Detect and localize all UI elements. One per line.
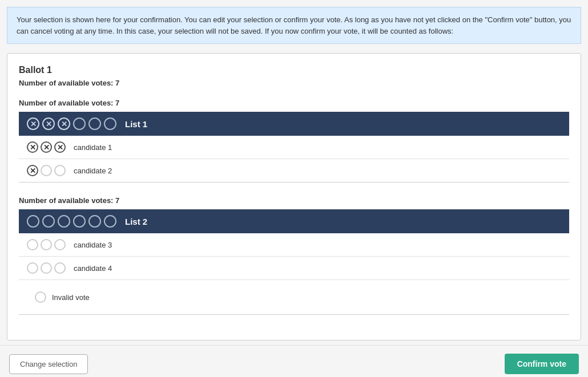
list1-candidate1-row: candidate 1 [19,136,569,159]
list2-candidate3-name: candidate 3 [74,241,112,249]
list2-candidate3-row: candidate 3 [19,233,569,257]
list2-candidate4-name: candidate 4 [74,264,112,273]
list2-candidate4-row: candidate 4 [19,257,569,280]
ballot-title: Ballot 1 [19,65,569,75]
list1-candidate1-circles: candidate 1 [27,141,561,153]
info-banner: Your selection is shown here for your co… [7,7,581,44]
list1-header-cell: List 1 [19,112,569,136]
list2-c3-circle1 [27,239,38,250]
list2-c3-circle3 [54,239,66,250]
list2-header-cell: List 2 [19,209,569,233]
list1-c1-circle2 [41,141,52,153]
invalid-vote-label: Invalid vote [52,293,90,302]
list1-header-row: List 1 [19,112,569,136]
list1-c2-circle1 [27,165,38,176]
invalid-vote-circle [35,291,46,303]
info-banner-text: Your selection is shown here for your co… [17,15,571,35]
list2-header-circle-1 [27,215,39,228]
ballot-available-votes-header: Number of available votes: 7 [19,79,569,87]
footer-bar: Change selection Confirm vote [0,345,588,377]
invalid-vote-row: Invalid vote [19,280,569,315]
list2-table: List 2 candidate 3 [19,209,569,315]
list1-candidate2-cell: candidate 2 [19,159,569,183]
confirm-vote-button[interactable]: Confirm vote [505,354,579,374]
list1-c1-circle3 [54,141,66,153]
list1-name: List 1 [125,119,147,129]
list2-header-circles: List 2 [27,215,561,228]
list1-table: List 1 candidate 1 [19,112,569,183]
list1-header-circle-4 [73,117,86,130]
list2-name: List 2 [125,217,147,226]
page-wrapper: Your selection is shown here for your co… [0,0,588,377]
change-selection-button[interactable]: Change selection [9,354,88,374]
list2-candidate3-cell: candidate 3 [19,233,569,257]
list1-candidate2-name: candidate 2 [74,167,112,175]
list2-c4-circle2 [41,262,52,274]
list1-header-circle-6 [104,117,116,130]
list1-header-circle-5 [88,117,101,130]
list1-header-circle-3 [58,117,70,130]
list1-c1-circle1 [27,141,38,153]
list2-header-row: List 2 [19,209,569,233]
list2-header-circle-6 [104,215,116,228]
list2-header-circle-3 [58,215,70,228]
invalid-vote-cell: Invalid vote [19,280,569,315]
list1-candidate2-row: candidate 2 [19,159,569,183]
list1-c2-circle3 [54,165,66,176]
list2-header-circle-4 [73,215,86,228]
list2-c3-circle2 [41,239,52,250]
list1-candidate1-cell: candidate 1 [19,136,569,159]
list1-header-circle-2 [42,117,55,130]
section1-label: Number of available votes: 7 [19,99,569,107]
list2-c4-circle1 [27,262,38,274]
invalid-vote-container: Invalid vote [27,286,561,309]
list2-c4-circle3 [54,262,66,274]
list2-header-circle-5 [88,215,101,228]
section2-label: Number of available votes: 7 [19,196,569,205]
list1-header-circle-1 [27,117,39,130]
list2-header-circle-2 [42,215,55,228]
main-content: Ballot 1 Number of available votes: 7 Nu… [0,48,588,345]
list1-candidate1-name: candidate 1 [74,143,112,152]
list1-c2-circle2 [41,165,52,176]
list2-candidate4-circles: candidate 4 [27,262,561,274]
list2-candidate3-circles: candidate 3 [27,239,561,250]
list1-candidate2-circles: candidate 2 [27,165,561,176]
ballot-card: Ballot 1 Number of available votes: 7 Nu… [7,53,581,340]
list2-candidate4-cell: candidate 4 [19,257,569,280]
list1-header-circles: List 1 [27,117,561,130]
